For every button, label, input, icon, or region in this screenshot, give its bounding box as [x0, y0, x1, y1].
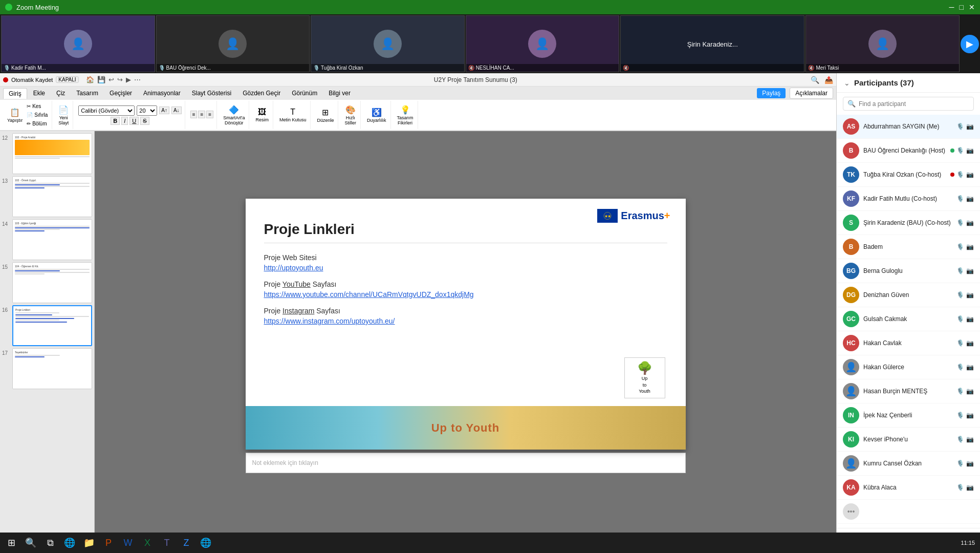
next-participants-btn[interactable]: ▶ [961, 35, 979, 53]
mic-icon-kf[interactable]: 🎙️ [956, 195, 964, 202]
slide-thumb-13[interactable]: 13 102 - Örnek Uygul. [2, 176, 92, 217]
chrome-icon[interactable]: 🌐 [197, 534, 215, 552]
tab-gecisler[interactable]: Geçişler [104, 88, 137, 98]
tab-bilgi-ver[interactable]: Bilgi ver [323, 88, 356, 98]
align-left-btn[interactable]: ≡ [190, 111, 198, 118]
tab-slayt-gosterisi[interactable]: Slayt Gösterisi [187, 88, 236, 98]
duzenle-btn[interactable]: ⊞ Düzenle [316, 107, 335, 124]
mic-icon-hc[interactable]: 🎙️ [956, 339, 964, 347]
save-icon[interactable]: 💾 [97, 76, 105, 83]
yeni-slayt-btn[interactable]: 📄 YeniSlayt [57, 104, 70, 126]
mic-icon-bau[interactable]: 🎙️ [956, 147, 964, 154]
participant-search-box[interactable]: 🔍 [843, 97, 974, 111]
participant-search-input[interactable] [859, 100, 969, 108]
tab-gorunum[interactable]: Görünüm [287, 88, 322, 98]
section1-link[interactable]: http://uptoyouth.eu [264, 264, 667, 272]
slide-thumb-16[interactable]: 16 Proje Linkleri [2, 305, 92, 346]
tab-gozden-gecir[interactable]: Gözden Geçir [237, 88, 286, 98]
italic-btn[interactable]: I [121, 117, 128, 125]
biçim-btn[interactable]: ✏ Bölüm [26, 120, 49, 127]
video-icon-b[interactable]: 📷 [966, 243, 974, 250]
mic-icon-kumru[interactable]: 🎙️ [956, 460, 964, 467]
mic-icon-bg[interactable]: 🎙️ [956, 267, 964, 274]
undo-icon[interactable]: ↩ [108, 76, 114, 83]
tab-ciz[interactable]: Çiz [51, 88, 70, 98]
smartart-btn[interactable]: 🔷 SmartArt'aDönüştür [222, 104, 246, 126]
excel-icon[interactable]: X [138, 534, 157, 552]
zoom-taskbar-icon[interactable]: Z [177, 534, 195, 552]
metin-kutusu-btn[interactable]: T Metin Kutusu [278, 107, 308, 123]
align-right-btn[interactable]: ≡ [206, 111, 213, 118]
video-icon-s[interactable]: 📷 [966, 219, 974, 226]
video-thumb-3[interactable]: 👤 🎙️ Tuğba Kiral Ozkan [311, 15, 465, 72]
mic-icon-in[interactable]: 🎙️ [956, 412, 964, 419]
tab-ekle[interactable]: Ekle [28, 88, 50, 98]
mic-icon-s[interactable]: 🎙️ [956, 219, 964, 226]
slide-frame[interactable]: ★★ Erasmus+ Proje Linkleri Proje Web Sit… [246, 199, 686, 450]
more-icon[interactable]: ⋯ [134, 76, 141, 83]
strikethrough-btn[interactable]: S [140, 117, 149, 125]
video-icon-hc[interactable]: 📷 [966, 339, 974, 347]
search-icon-ribbon[interactable]: 🔍 [811, 76, 819, 84]
mic-icon-tk[interactable]: 🎙️ [956, 171, 964, 178]
video-icon-kf[interactable]: 📷 [966, 195, 974, 202]
video-icon-ki[interactable]: 📷 [966, 436, 974, 443]
powerpoint-icon[interactable]: P [99, 534, 118, 552]
font-size-selector[interactable]: 20 [137, 105, 157, 116]
section2-link[interactable]: https://www.youtube.com/channel/UCaRmVqt… [264, 290, 667, 299]
collapse-panel-btn[interactable]: ⌄ [844, 79, 850, 87]
video-thumb-6[interactable]: 👤 🔇 Meri Taksi [805, 15, 960, 72]
hizli-stiller-btn[interactable]: 🎨 HızlıStiller [343, 104, 357, 126]
maximize-btn[interactable]: □ [960, 3, 964, 11]
mic-icon-dg[interactable]: 🎙️ [956, 291, 964, 299]
slide-thumb-12[interactable]: 12 102 - Proje Analizi [2, 133, 92, 174]
underline-btn[interactable]: U [129, 117, 139, 125]
share-icon[interactable]: 📤 [824, 76, 833, 84]
minimize-btn[interactable]: ─ [949, 3, 954, 11]
slide-thumb-14[interactable]: 14 103 - Eğitim İçeriği [2, 219, 92, 260]
bold-btn[interactable]: B [111, 117, 120, 125]
search-taskbar[interactable]: 🔍 [21, 534, 40, 552]
video-thumb-1[interactable]: 👤 🎙️ Kadir Fatih M... [1, 15, 155, 72]
video-icon-as[interactable]: 📷 [966, 123, 974, 130]
tab-giris[interactable]: Giriş [3, 88, 27, 99]
resim-btn[interactable]: 🖼 Resim [254, 107, 270, 123]
start-button[interactable]: ⊞ [2, 534, 20, 552]
notes-area[interactable]: Not eklemek için tıklayın [246, 453, 686, 473]
tasarim-fikirleri-btn[interactable]: 💡 TasarımFikirleri [396, 104, 415, 126]
aciklamalar-button[interactable]: Açıklamalar [790, 88, 833, 99]
font-dec-btn[interactable]: A↓ [171, 107, 182, 114]
video-icon-ka[interactable]: 📷 [966, 484, 974, 491]
mic-icon-ka[interactable]: 🎙️ [956, 484, 964, 491]
task-view[interactable]: ⧉ [41, 534, 59, 552]
paylas-button[interactable]: Paylaş [757, 88, 786, 98]
video-icon-hg[interactable]: 📷 [966, 364, 974, 371]
mic-icon-hg[interactable]: 🎙️ [956, 364, 964, 371]
edge-icon[interactable]: 🌐 [60, 534, 79, 552]
video-icon-dg[interactable]: 📷 [966, 291, 974, 299]
video-icon-hm[interactable]: 📷 [966, 388, 974, 395]
close-btn[interactable]: ✕ [969, 3, 975, 11]
video-thumb-2[interactable]: 👤 🎙️ BAU Öğrenci Dek... [156, 15, 310, 72]
section3-link[interactable]: https://www.instagram.com/uptoyouth.eu/ [264, 317, 667, 325]
video-thumb-5[interactable]: Şirin Karadeniz... 🔇 [620, 15, 804, 72]
font-selector[interactable]: Calibri (Gövde) [78, 105, 135, 116]
kopyala-btn[interactable]: 📄 Sıfırla [26, 111, 49, 119]
slide-thumb-17[interactable]: 17 Teşekkürler [2, 348, 92, 389]
duyarlilik-btn[interactable]: ♿ Duyarlılık [366, 107, 387, 124]
video-icon-bg[interactable]: 📷 [966, 267, 974, 274]
video-icon-tk[interactable]: 📷 [966, 171, 974, 178]
video-icon-in[interactable]: 📷 [966, 412, 974, 419]
slide-thumb-15[interactable]: 15 104 - Öğrenen El Kit. [2, 262, 92, 303]
align-center-btn[interactable]: ≡ [198, 111, 205, 118]
video-icon-gc[interactable]: 📷 [966, 315, 974, 323]
mic-icon-hm[interactable]: 🎙️ [956, 388, 964, 395]
redo-icon[interactable]: ↪ [117, 76, 123, 83]
video-icon-kumru[interactable]: 📷 [966, 460, 974, 467]
yapistir-btn[interactable]: 📋 Yapıştır [6, 107, 24, 124]
mic-icon-gc[interactable]: 🎙️ [956, 315, 964, 323]
video-icon-bau[interactable]: 📷 [966, 147, 974, 154]
mic-icon-as[interactable]: 🎙️ [956, 123, 964, 130]
teams-icon[interactable]: T [158, 534, 176, 552]
file-explorer[interactable]: 📁 [80, 534, 98, 552]
